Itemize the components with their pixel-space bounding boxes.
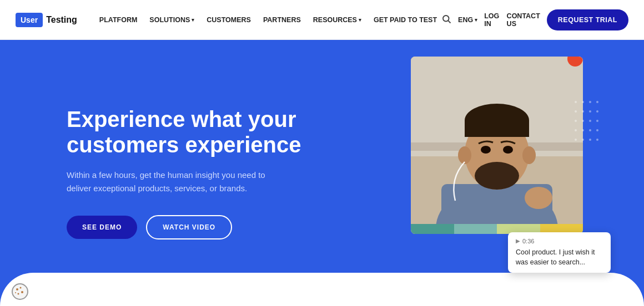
comment-card: ▶ 0:36 Cool product. I just wish it was … — [508, 232, 611, 273]
chevron-down-icon: ▾ — [475, 17, 477, 23]
comment-time: ▶ 0:36 — [516, 238, 603, 244]
chevron-down-icon: ▾ — [192, 17, 194, 23]
svg-point-0 — [443, 16, 449, 22]
svg-point-14 — [481, 146, 491, 154]
cookie-icon[interactable] — [11, 283, 29, 300]
svg-point-13 — [522, 146, 536, 164]
nav-right: ENG ▾ LOG IN CONTACT US REQUEST TRIAL — [441, 9, 628, 30]
svg-point-22 — [15, 292, 16, 293]
nav-links: PLATFORM SOLUTIONS ▾ CUSTOMERS PARTNERS … — [95, 13, 441, 27]
nav-get-paid[interactable]: GET PAID TO TEST — [369, 13, 441, 27]
nav-platform[interactable]: PLATFORM — [95, 13, 142, 27]
svg-point-19 — [20, 287, 22, 289]
comment-text: Cool product. I just wish it was easier … — [516, 247, 603, 267]
video-icon: ▶ — [516, 238, 520, 244]
person-image — [411, 57, 583, 234]
svg-point-20 — [21, 291, 23, 293]
svg-rect-10 — [465, 120, 529, 137]
svg-point-21 — [18, 293, 19, 295]
svg-point-16 — [525, 187, 552, 209]
navbar: User Testing PLATFORM SOLUTIONS ▾ CUSTOM… — [0, 0, 644, 40]
logo[interactable]: User Testing — [16, 13, 77, 27]
hero-content: Experience what your customers experienc… — [67, 106, 322, 239]
login-link[interactable]: LOG IN — [484, 12, 500, 28]
hero-section: Experience what your customers experienc… — [0, 40, 644, 306]
svg-point-17 — [12, 284, 28, 299]
hero-image-area: ▶ 0:36 Cool product. I just wish it was … — [411, 57, 600, 278]
see-demo-button[interactable]: SEE DEMO — [67, 216, 137, 239]
request-trial-button[interactable]: REQUEST TRIAL — [547, 9, 628, 30]
search-icon[interactable] — [441, 14, 451, 26]
nav-partners[interactable]: PARTNERS — [259, 13, 305, 27]
svg-point-18 — [16, 288, 18, 290]
svg-line-1 — [448, 21, 450, 23]
svg-point-11 — [475, 162, 519, 190]
contact-link[interactable]: CONTACT US — [507, 12, 540, 28]
logo-user-box: User — [16, 13, 43, 27]
svg-point-15 — [503, 146, 513, 154]
hero-subtitle: Within a few hours, get the human insigh… — [67, 169, 278, 195]
hero-photo — [411, 57, 583, 234]
watch-video-button[interactable]: WATCH VIDEO — [146, 215, 232, 239]
language-selector[interactable]: ENG ▾ — [458, 16, 477, 24]
chevron-down-icon: ▾ — [359, 17, 361, 23]
dots-decoration — [575, 101, 608, 145]
nav-customers[interactable]: CUSTOMERS — [202, 13, 255, 27]
nav-solutions[interactable]: SOLUTIONS ▾ — [145, 13, 199, 27]
svg-point-12 — [458, 146, 471, 164]
hero-buttons: SEE DEMO WATCH VIDEO — [67, 215, 322, 239]
nav-resources[interactable]: RESOURCES ▾ — [309, 13, 366, 27]
hero-title: Experience what your customers experienc… — [67, 106, 322, 157]
logo-testing-text: Testing — [46, 15, 77, 25]
